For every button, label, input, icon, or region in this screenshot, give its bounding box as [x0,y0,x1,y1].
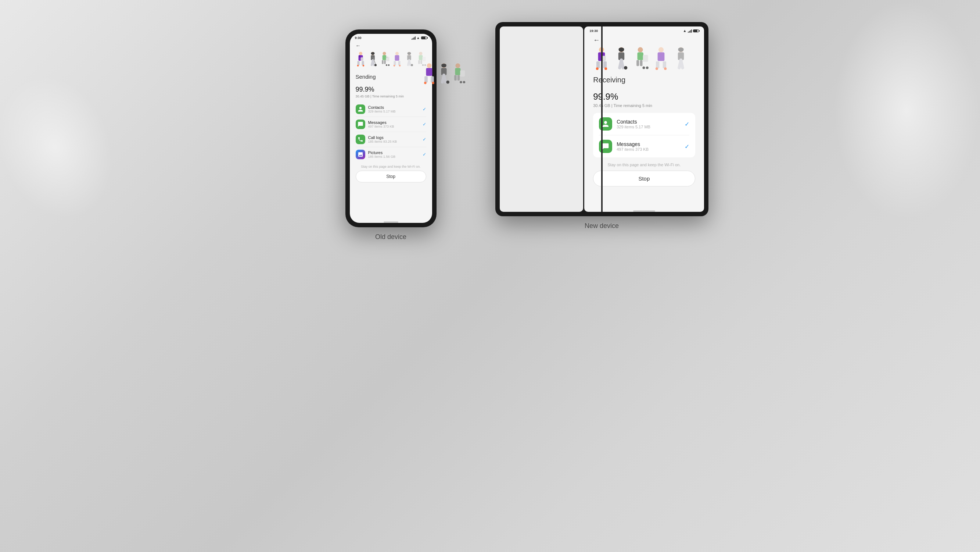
svg-rect-60 [597,61,600,69]
svg-rect-74 [640,60,643,66]
phone-stop-button[interactable]: Stop [356,171,426,182]
svg-point-62 [596,67,598,70]
svg-rect-25 [398,61,400,65]
svg-point-57 [463,81,465,83]
phone-percentage: 99.9% [356,81,426,94]
svg-rect-3 [361,61,364,65]
svg-line-31 [409,60,410,65]
svg-rect-61 [603,61,607,69]
tablet-time: 19:30 [589,29,598,33]
phone-data-list: Contacts 329 items 5.17 MB ✓ Messages [356,102,426,162]
phone-back-button[interactable]: ← [356,43,426,49]
svg-point-70 [638,47,643,52]
svg-point-14 [382,52,386,55]
svg-rect-37 [422,57,425,61]
svg-rect-79 [656,61,659,69]
phone-home-indicator [383,222,398,223]
scene: 9:30 ▲ [0,0,980,552]
tablet-char-2 [613,46,630,72]
wifi-icon: ▲ [417,36,420,40]
tablet-contacts-check: ✓ [684,121,689,128]
phone-section-title: Sending [356,73,426,80]
tablet-device: 19:30 ▲ [495,22,708,216]
svg-point-33 [419,52,422,55]
svg-rect-52 [455,68,460,75]
svg-point-51 [455,63,460,68]
contacts-check: ✓ [423,107,426,112]
tablet-animation-strip [593,46,695,72]
svg-rect-71 [638,52,643,60]
tablet-stop-button[interactable]: Stop [593,171,695,187]
svg-point-21 [388,64,390,66]
svg-point-50 [446,81,449,84]
calllogs-meta: 185 items 83.25 KB [368,140,420,144]
svg-rect-80 [663,61,666,69]
phone-data-item-messages: Messages 497 items 373 KB ✓ [356,117,426,132]
calllogs-check: ✓ [423,137,426,142]
svg-point-76 [646,67,649,69]
svg-rect-73 [636,60,639,66]
tablet-wifi-icon: ▲ [683,29,687,33]
signal-icon [412,36,415,40]
char-figure-5 [404,50,414,70]
svg-rect-23 [395,55,399,61]
svg-rect-41 [426,68,432,76]
tablet-signal-icon [688,29,692,33]
tablet-messages-meta: 497 items 373 KB [617,147,680,152]
svg-point-77 [659,47,663,52]
svg-point-5 [362,65,364,67]
svg-point-26 [393,65,395,67]
contacts-info: Contacts 329 items 5.17 MB [368,105,420,113]
tablet-stay-notice: Stay on this page and keep the Wi-Fi on. [593,163,695,167]
svg-rect-43 [431,76,434,82]
phone-status-bar: 9:30 ▲ [350,34,432,41]
transfer-animation [422,62,466,86]
battery-icon [421,37,427,39]
new-device-wrapper: 19:30 ▲ [495,22,708,230]
tablet-contacts-name: Contacts [617,119,680,124]
char-figure-1 [356,50,366,70]
transfer-char-2 [436,62,451,86]
transfer-char-3 [451,62,466,86]
transfer-char-1 [422,62,436,86]
svg-line-86 [681,60,683,68]
phone-time: 9:30 [355,36,361,40]
tablet-back-button[interactable]: ← [593,37,695,44]
svg-point-32 [411,64,413,66]
pictures-icon [356,150,365,159]
phone-status-icons: ▲ [412,36,427,40]
messages-icon [356,120,365,129]
svg-rect-16 [382,60,383,64]
tablet-content: ← [584,34,704,208]
tablet-char-4 [652,46,670,72]
messages-name: Messages [368,120,420,124]
svg-rect-78 [658,52,665,61]
contacts-icon [356,104,365,114]
svg-point-58 [599,47,604,52]
svg-point-12 [374,64,377,66]
svg-point-27 [399,65,401,67]
svg-point-63 [605,67,607,70]
svg-point-81 [655,67,658,70]
tablet-battery-icon [693,29,699,32]
char-figure-2 [368,50,378,70]
svg-point-82 [664,67,667,70]
svg-rect-72 [643,55,648,62]
phone-sub-info: 30.45 GB | Time remaining 5 min [356,94,426,98]
contacts-name: Contacts [368,105,420,110]
tablet-section-title: Receiving [593,76,695,84]
char-figure-4 [392,50,402,70]
svg-rect-2 [357,61,360,65]
svg-rect-6 [359,55,360,57]
tablet-status-icons: ▲ [683,29,699,33]
svg-rect-24 [393,61,396,65]
phone-device: 9:30 ▲ [345,29,436,227]
messages-info: Messages 497 items 373 KB [368,120,420,128]
tablet-data-item-contacts: Contacts 329 items 5.17 MB ✓ [599,113,689,135]
new-device-label: New device [585,222,619,230]
tablet-contacts-icon [599,117,612,131]
svg-line-49 [444,75,445,82]
phone-data-item-pictures: Pictures 185 items 1.56 GB ✓ [356,147,426,162]
phone-content: ← [350,41,432,220]
tablet-char-3 [633,46,650,72]
